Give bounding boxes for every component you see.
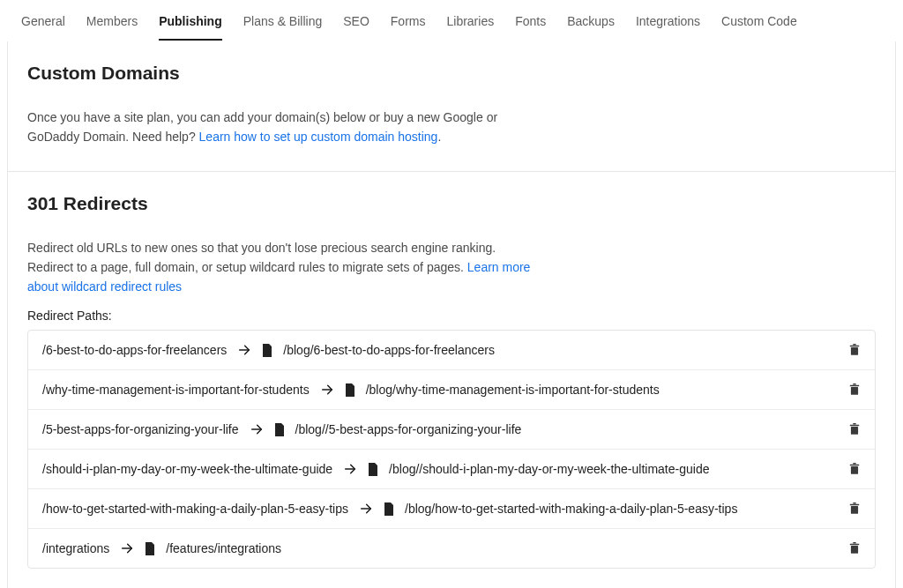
svg-rect-22 [850,544,860,545]
svg-rect-13 [851,467,858,475]
redirects-desc-text: Redirect old URLs to new ones so that yo… [27,241,496,274]
svg-rect-9 [851,428,858,435]
custom-domains-description: Once you have a site plan, you can add y… [27,108,539,146]
redirect-to-path: /blog//should-i-plan-my-day-or-my-week-t… [389,462,709,476]
tab-backups[interactable]: Backups [567,9,615,41]
delete-redirect-button[interactable] [848,541,861,555]
custom-domain-help-link[interactable]: Learn how to set up custom domain hostin… [199,130,438,144]
redirects-section: 301 Redirects Redirect old URLs to new o… [8,172,895,588]
tab-fonts[interactable]: Fonts [515,9,546,41]
settings-tabs: GeneralMembersPublishingPlans & BillingS… [0,0,903,41]
redirect-from-path: /5-best-apps-for-organizing-your-life [42,422,239,436]
redirect-paths-label: Redirect Paths: [27,309,876,323]
redirect-to-path: /blog//5-best-apps-for-organizing-your-l… [295,422,522,436]
page-icon [262,344,272,357]
svg-rect-5 [851,388,858,396]
svg-rect-3 [853,344,856,345]
redirects-title: 301 Redirects [27,193,876,214]
delete-redirect-button[interactable] [848,502,861,516]
tab-publishing[interactable]: Publishing [159,9,222,41]
redirect-list: /6-best-to-do-apps-for-freelancers/blog/… [27,330,876,569]
svg-rect-15 [853,463,856,464]
redirect-from-path: /integrations [42,541,109,555]
svg-rect-11 [853,423,856,424]
delete-redirect-button[interactable] [848,343,861,357]
arrow-right-icon [250,422,264,436]
custom-domains-title: Custom Domains [27,63,876,84]
svg-rect-18 [850,504,860,505]
svg-rect-1 [851,348,858,356]
tab-integrations[interactable]: Integrations [636,9,700,41]
redirect-from-path: /6-best-to-do-apps-for-freelancers [42,343,227,357]
redirect-from-path: /why-time-management-is-important-for-st… [42,383,310,397]
page-icon [368,463,378,476]
svg-rect-21 [851,547,858,555]
svg-rect-10 [850,425,860,426]
redirect-row[interactable]: /6-best-to-do-apps-for-freelancers/blog/… [28,331,875,370]
tab-members[interactable]: Members [86,9,138,41]
custom-domains-section: Custom Domains Once you have a site plan… [8,41,895,172]
svg-rect-6 [850,385,860,386]
tab-general[interactable]: General [21,9,65,41]
redirect-row[interactable]: /why-time-management-is-important-for-st… [28,370,875,410]
redirect-to-path: /features/integrations [166,541,281,555]
svg-rect-7 [853,383,856,384]
redirects-description: Redirect old URLs to new ones so that yo… [27,239,539,296]
redirect-from-path: /how-to-get-started-with-making-a-daily-… [42,502,348,516]
redirect-to-path: /blog/why-time-management-is-important-f… [366,383,660,397]
settings-panel: Custom Domains Once you have a site plan… [7,41,896,588]
svg-rect-23 [853,542,856,543]
tab-seo[interactable]: SEO [343,9,369,41]
arrow-right-icon [120,541,134,555]
delete-redirect-button[interactable] [848,383,861,397]
arrow-right-icon [320,383,334,397]
delete-redirect-button[interactable] [848,422,861,436]
custom-domains-desc-suffix: . [437,130,441,144]
arrow-right-icon [343,462,357,476]
redirect-to-path: /blog/how-to-get-started-with-making-a-d… [405,502,737,516]
page-icon [384,502,394,516]
arrow-right-icon [359,502,373,516]
tab-custom-code[interactable]: Custom Code [721,9,797,41]
svg-rect-19 [853,502,856,503]
redirect-row[interactable]: /integrations/features/integrations [28,529,875,568]
redirect-row[interactable]: /how-to-get-started-with-making-a-daily-… [28,489,875,529]
page-icon [274,423,285,436]
redirect-row[interactable]: /5-best-apps-for-organizing-your-life/bl… [28,410,875,450]
tab-plans-billing[interactable]: Plans & Billing [243,9,323,41]
tab-forms[interactable]: Forms [391,9,426,41]
svg-rect-17 [851,507,858,515]
redirect-to-path: /blog/6-best-to-do-apps-for-freelancers [283,343,495,357]
svg-rect-2 [850,346,860,346]
tab-libraries[interactable]: Libraries [446,9,494,41]
delete-redirect-button[interactable] [848,462,861,476]
redirect-row[interactable]: /should-i-plan-my-day-or-my-week-the-ult… [28,450,875,489]
arrow-right-icon [237,343,251,357]
svg-rect-14 [850,465,860,465]
page-icon [145,542,155,555]
page-icon [345,383,355,397]
redirect-from-path: /should-i-plan-my-day-or-my-week-the-ult… [42,462,332,476]
